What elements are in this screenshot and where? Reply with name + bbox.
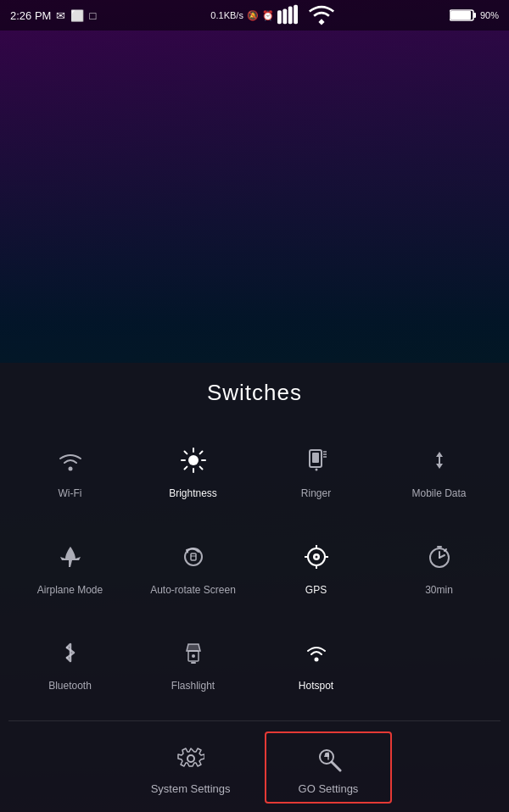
switch-mobile-data[interactable]: Mobile Data [378,426,501,514]
switches-row-3: Bluetooth Flashlight Hots [8,619,501,707]
bottom-buttons-row: System Settings GO Settings [8,720,501,804]
status-left: 2:26 PM ✉ ⬜ □ [10,9,96,22]
hotspot-label: Hotspot [299,680,333,693]
battery-pct: 90% [480,10,499,20]
system-settings-label: System Settings [151,782,231,795]
battery-icon [450,2,477,29]
wifi-label: Wi-Fi [59,487,82,501]
svg-line-16 [184,467,187,470]
svg-point-8 [188,455,199,465]
svg-line-14 [199,467,202,470]
svg-point-42 [187,755,194,762]
svg-rect-5 [450,11,471,19]
bluetooth-icon [50,632,91,673]
status-time: 2:26 PM [10,9,51,22]
svg-rect-18 [312,453,319,463]
panel-title: Switches [8,380,501,406]
flashlight-label: Flashlight [171,680,215,693]
switch-ringer[interactable]: Ringer [255,426,378,514]
svg-rect-0 [277,10,282,24]
switch-wifi[interactable]: Wi-Fi [8,426,131,514]
ringer-label: Ringer [301,487,331,501]
switch-30min[interactable]: 30min [378,523,501,611]
mobile-data-icon [419,440,460,481]
airplane-icon [50,537,91,577]
switches-row-2: Airplane Mode Auto-rotate Screen [8,523,501,611]
status-center: 0.1KB/s 🔕 ⏰ [210,1,335,30]
svg-rect-1 [282,9,287,25]
switch-brightness[interactable]: Brightness [131,426,255,514]
svg-point-40 [192,654,195,658]
system-settings-icon [172,740,210,777]
auto-rotate-icon [173,537,214,577]
svg-line-44 [332,762,340,770]
data-speed: 0.1KB/s [210,10,243,20]
system-settings-button[interactable]: System Settings [117,731,265,804]
go-settings-label: GO Settings [299,782,359,795]
flashlight-icon [173,632,214,673]
mobile-data-label: Mobile Data [411,487,466,501]
instagram-icon: □ [89,9,96,22]
brightness-label: Brightness [169,487,217,501]
svg-rect-6 [473,13,476,18]
switches-row-1: Wi-Fi Brightness [8,426,501,514]
go-settings-icon [310,740,347,777]
switch-hotspot[interactable]: Hotspot [255,619,378,707]
airplane-label: Airplane Mode [37,584,103,598]
wifi-icon [50,440,91,481]
whatsapp-icon: ✉ [56,9,65,22]
auto-rotate-label: Auto-rotate Screen [150,584,236,598]
mute-icon: 🔕 [247,10,259,21]
svg-rect-25 [191,553,196,560]
alarm-icon: ⏰ [262,10,274,21]
svg-marker-37 [187,644,200,651]
wifi-signal-icon [308,1,335,30]
switches-panel: Switches Wi-Fi [0,363,509,812]
svg-point-41 [314,658,318,662]
switch-auto-rotate[interactable]: Auto-rotate Screen [131,523,255,611]
30min-label: 30min [425,584,453,598]
grid-icon: ⬜ [70,9,84,22]
switch-flashlight[interactable]: Flashlight [131,619,255,707]
network-badge [277,1,305,30]
hotspot-icon [296,632,337,673]
svg-point-19 [315,469,317,471]
status-right: 90% [450,2,499,29]
brightness-icon [173,440,214,481]
switch-gps[interactable]: GPS [255,523,378,611]
bluetooth-label: Bluetooth [48,680,92,693]
switch-empty [378,619,501,707]
switch-airplane[interactable]: Airplane Mode [8,523,131,611]
ringer-icon [296,440,337,481]
gps-label: GPS [305,584,327,598]
svg-line-13 [184,452,187,454]
gps-icon [296,537,337,577]
status-bar: 2:26 PM ✉ ⬜ □ 0.1KB/s 🔕 ⏰ [0,0,509,31]
switch-bluetooth[interactable]: Bluetooth [8,619,131,707]
svg-point-7 [68,467,72,471]
timer-icon [419,537,460,577]
svg-rect-3 [294,5,298,24]
go-settings-button[interactable]: GO Settings [265,731,393,804]
svg-point-29 [315,555,317,558]
svg-rect-2 [288,6,293,24]
svg-line-15 [199,452,202,454]
